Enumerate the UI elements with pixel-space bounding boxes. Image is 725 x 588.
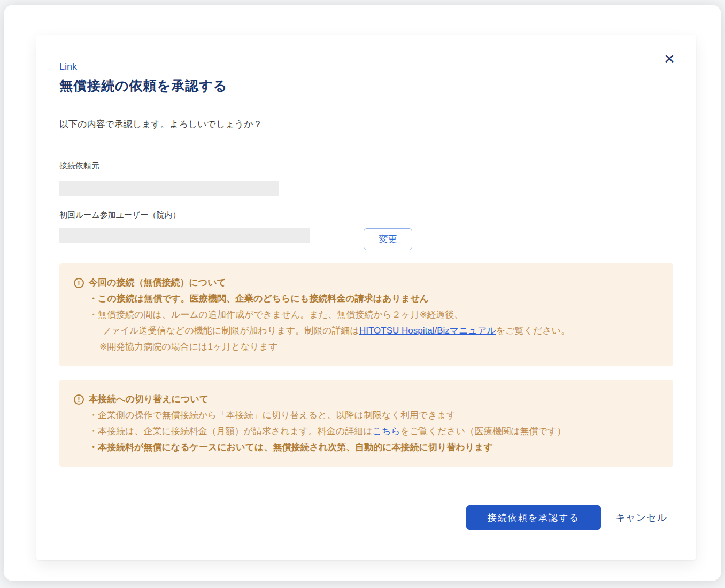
confirm-message: 以下の内容で承認します。よろしいでしょうか？ — [59, 118, 673, 130]
notice-line: ・本接続は、企業に接続料金（月額）が請求されます。料金の詳細はこちらをご覧くださ… — [89, 423, 659, 439]
dialog-footer: 接続依頼を承認する キャンセル — [59, 505, 673, 530]
notice-title: 今回の接続（無償接続）について — [89, 275, 226, 291]
divider — [59, 146, 673, 146]
approve-connection-dialog: × Link 無償接続の依頼を承認する 以下の内容で承認します。よろしいでしょう… — [36, 35, 696, 560]
exclamation-circle-icon: ! — [74, 278, 84, 288]
notice-free-connection-header: ! 今回の接続（無償接続）について — [74, 275, 659, 291]
cancel-button[interactable]: キャンセル — [615, 511, 667, 524]
notice-switch-to-paid: ! 本接続への切り替えについて ・企業側の操作で無償接続から「本接続」に切り替え… — [59, 380, 673, 467]
notice-line: ・本接続料が無償になるケースにおいては、無償接続され次第、自動的に本接続に切り替… — [89, 439, 659, 455]
notice-line-text: をご覧ください。 — [496, 326, 570, 336]
exclamation-circle-icon: ! — [74, 394, 84, 405]
manual-link[interactable]: HITOTSU Hospital/Bizマニュアル — [359, 326, 496, 336]
close-icon[interactable]: × — [659, 48, 680, 69]
initial-room-user-row: 変更 — [59, 228, 673, 250]
notice-title: 本接続への切り替えについて — [89, 391, 209, 407]
notice-footnote: ※開発協力病院の場合には1ヶ月となります — [99, 339, 659, 355]
field-label-initial-room-user: 初回ルーム参加ユーザー（院内） — [59, 210, 673, 220]
app-window: × Link 無償接続の依頼を承認する 以下の内容で承認します。よろしいでしょう… — [4, 5, 721, 581]
notice-line-text: をご覧ください（医療機関は無償です） — [400, 426, 566, 436]
change-button[interactable]: 変更 — [364, 228, 412, 250]
pricing-link[interactable]: こちら — [373, 426, 400, 436]
field-value-initial-room-user — [59, 228, 310, 243]
notice-line: ・無償接続の間は、ルームの追加作成ができません。また、無償接続から２ヶ月※経過後… — [89, 307, 659, 323]
notice-switch-to-paid-header: ! 本接続への切り替えについて — [74, 391, 659, 407]
notice-line: ファイル送受信などの機能に制限が加わります。制限の詳細はHITOTSU Hosp… — [102, 323, 659, 339]
dialog-title: 無償接続の依頼を承認する — [59, 77, 673, 95]
eyebrow-label: Link — [59, 35, 673, 73]
field-label-request-source: 接続依頼元 — [59, 161, 673, 171]
notice-line-text: ・本接続は、企業に接続料金（月額）が請求されます。料金の詳細は — [89, 426, 373, 436]
notice-free-connection: ! 今回の接続（無償接続）について ・この接続は無償です。医療機関、企業のどちら… — [59, 263, 673, 366]
approve-button[interactable]: 接続依頼を承認する — [466, 505, 601, 530]
field-value-request-source — [59, 181, 279, 196]
notice-line: ・この接続は無償です。医療機関、企業のどちらにも接続料金の請求はありません — [89, 291, 659, 307]
notice-line: ・企業側の操作で無償接続から「本接続」に切り替えると、以降は制限なく利用できます — [89, 407, 659, 423]
notice-line-text: ファイル送受信などの機能に制限が加わります。制限の詳細は — [102, 326, 359, 336]
